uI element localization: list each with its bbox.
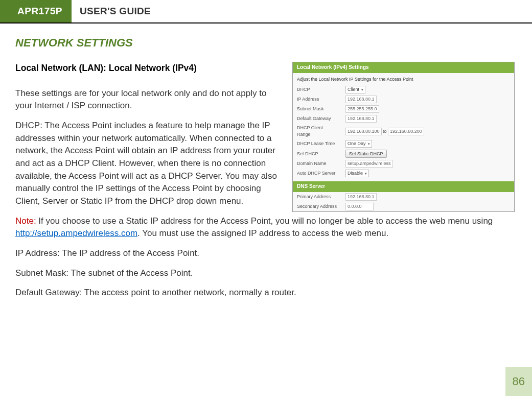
paragraph-note: Note: If you choose to use a Static IP a… [15, 215, 515, 240]
paragraph-ip-address: IP Address: The IP address of the Access… [15, 247, 515, 260]
table-row: IP Address 192.168.80.1 [293, 94, 514, 104]
page-number: 86 [505, 367, 532, 396]
table-row: Primary Address 192.168.80.1 [293, 192, 514, 202]
set-static-dhcp-button[interactable]: Set Static DHCP [345, 150, 387, 158]
lease-time-select[interactable]: One Day▾ [345, 140, 372, 148]
row-label: Subnet Mask [293, 104, 341, 114]
model-badge: APR175P [0, 0, 72, 22]
table-row: Domain Name setup.ampedwireless [293, 159, 514, 169]
row-label: DHCP [293, 85, 341, 94]
figure-header-dns: DNS Server [293, 181, 514, 192]
figure-dns-table: Primary Address 192.168.80.1 Secondary A… [293, 192, 514, 211]
note-text-b: . You must use the assigned IP address t… [137, 228, 388, 238]
primary-dns-input[interactable]: 192.168.80.1 [345, 193, 377, 201]
table-row: Auto DHCP Server Disable▾ [293, 169, 514, 178]
row-label: Domain Name [293, 159, 341, 169]
auto-dhcp-select[interactable]: Disable▾ [345, 170, 369, 177]
figure-subtext: Adjust the Local Network IP Settings for… [293, 73, 514, 85]
range-to-label: to [383, 129, 387, 134]
table-row: Default Gateway 192.168.80.1 [293, 114, 514, 124]
doc-header: APR175P USER'S GUIDE [0, 0, 532, 23]
ip-address-input[interactable]: 192.168.80.1 [345, 96, 377, 103]
paragraph-subnet: Subnet Mask: The subnet of the Access Po… [15, 267, 515, 280]
paragraph-gateway: Default Gateway: The access point to ano… [15, 287, 515, 299]
dhcp-range-from-input[interactable]: 192.168.80.100 [345, 128, 382, 135]
dhcp-select[interactable]: Client▾ [345, 86, 365, 93]
chevron-down-icon: ▾ [365, 170, 367, 177]
figure-header-local-network: Local Network (IPv4) Settings [293, 62, 514, 73]
chevron-down-icon: ▾ [368, 140, 370, 147]
row-label: IP Address [293, 94, 341, 104]
table-row: Subnet Mask 255.255.255.0 [293, 104, 514, 114]
section-title: NETWORK SETTINGS [15, 35, 515, 51]
row-label: Default Gateway [293, 114, 341, 124]
chevron-down-icon: ▾ [361, 86, 363, 93]
domain-name-input[interactable]: setup.ampedwireless [345, 160, 393, 168]
table-row: Set DHCP Set Static DHCP [293, 149, 514, 159]
page-content: NETWORK SETTINGS Local Network (IPv4) Se… [0, 35, 532, 306]
dhcp-range-to-input[interactable]: 192.168.80.200 [388, 128, 424, 135]
table-row: DHCP Client▾ [293, 85, 514, 94]
figure-settings-table: DHCP Client▾ IP Address 192.168.80.1 Sub… [293, 85, 514, 178]
note-label: Note: [15, 216, 36, 226]
doc-title: USER'S GUIDE [72, 0, 159, 22]
setup-url-link[interactable]: http://setup.ampedwireless.com [15, 228, 137, 238]
row-label: Auto DHCP Server [293, 169, 341, 178]
row-label: DHCP Client Range [293, 124, 341, 139]
row-label: Secondary Address [293, 202, 341, 211]
default-gateway-input[interactable]: 192.168.80.1 [345, 115, 377, 123]
note-text-a: If you choose to use a Static IP address… [36, 216, 493, 226]
secondary-dns-input[interactable]: 0.0.0.0 [345, 203, 374, 210]
table-row: Secondary Address 0.0.0.0 [293, 202, 514, 211]
row-label: Primary Address [293, 192, 341, 202]
subnet-mask-input[interactable]: 255.255.255.0 [345, 105, 379, 113]
table-row: DHCP Client Range 192.168.80.100 to 192.… [293, 124, 514, 139]
screenshot-figure: Local Network (IPv4) Settings Adjust the… [292, 62, 515, 211]
row-label: DHCP Lease Time [293, 139, 341, 149]
row-label: Set DHCP [293, 149, 341, 159]
table-row: DHCP Lease Time One Day▾ [293, 139, 514, 149]
